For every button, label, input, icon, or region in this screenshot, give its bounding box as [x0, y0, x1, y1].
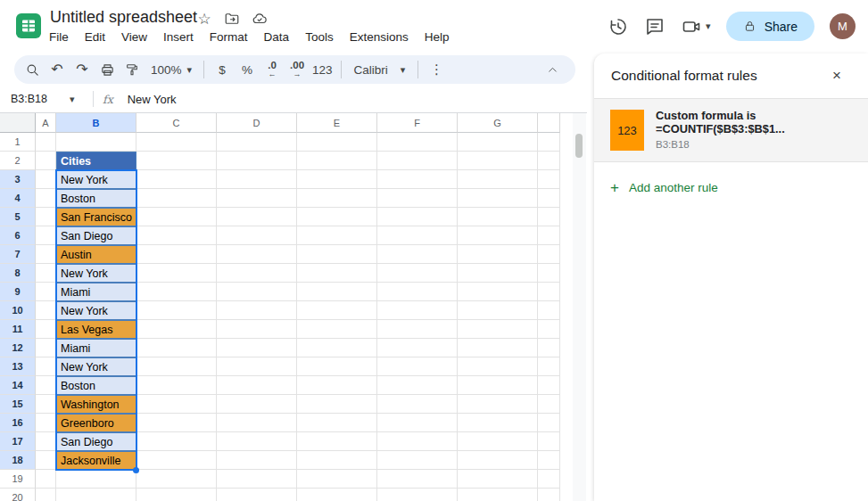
grid-corner-select-all[interactable]: [0, 113, 36, 133]
cell-D16[interactable]: [217, 414, 297, 432]
cell-G5[interactable]: [458, 208, 538, 226]
menu-file[interactable]: File: [41, 29, 77, 45]
cell-D17[interactable]: [217, 432, 297, 451]
row-header-19[interactable]: 19: [0, 470, 36, 489]
row-header-2[interactable]: 2: [0, 152, 36, 170]
cell-C13[interactable]: [136, 357, 217, 376]
cell-A19[interactable]: [36, 470, 56, 489]
cell-H9[interactable]: [538, 283, 560, 301]
cell-H4[interactable]: [538, 189, 560, 208]
menu-format[interactable]: Format: [202, 29, 256, 45]
column-header-overflow[interactable]: [538, 113, 560, 133]
format-currency-button[interactable]: $: [210, 57, 235, 82]
cell-C2[interactable]: [136, 152, 217, 170]
cell-A12[interactable]: [36, 339, 56, 357]
row-header-17[interactable]: 17: [0, 432, 36, 451]
cell-H14[interactable]: [538, 376, 560, 395]
more-toolbar-button[interactable]: ⋮: [424, 57, 449, 82]
cell-A17[interactable]: [36, 432, 56, 451]
cell-E1[interactable]: [297, 133, 377, 152]
row-header-12[interactable]: 12: [0, 339, 36, 357]
cell-D18[interactable]: [217, 451, 297, 470]
account-avatar[interactable]: M: [830, 13, 856, 39]
cell-G13[interactable]: [458, 357, 538, 376]
cell-C6[interactable]: [136, 226, 217, 245]
cell-B17[interactable]: San Diego: [56, 432, 136, 451]
cell-D2[interactable]: [217, 152, 297, 170]
redo-button[interactable]: ↷: [70, 57, 95, 82]
close-panel-button[interactable]: ×: [832, 67, 841, 85]
cell-A8[interactable]: [36, 264, 56, 283]
document-title[interactable]: Untitled spreadsheet: [50, 8, 197, 27]
cell-B8[interactable]: New York: [56, 264, 136, 283]
cell-D11[interactable]: [217, 320, 297, 339]
cell-A13[interactable]: [36, 357, 56, 376]
row-header-18[interactable]: 18: [0, 451, 36, 470]
cell-F2[interactable]: [377, 152, 458, 170]
cell-D6[interactable]: [217, 226, 297, 245]
join-call-button[interactable]: ▾: [681, 16, 711, 37]
cell-G12[interactable]: [458, 339, 538, 357]
cell-E18[interactable]: [297, 451, 377, 470]
cell-F6[interactable]: [377, 226, 458, 245]
vertical-scrollbar-thumb[interactable]: [575, 134, 583, 158]
increase-decimal-button[interactable]: .00 →: [285, 57, 310, 82]
cell-H3[interactable]: [538, 170, 560, 189]
cell-E3[interactable]: [297, 170, 377, 189]
cell-H8[interactable]: [538, 264, 560, 283]
search-menus-button[interactable]: [20, 57, 45, 82]
cell-B9[interactable]: Miami: [56, 283, 136, 301]
cell-G19[interactable]: [458, 470, 538, 489]
cell-F4[interactable]: [377, 189, 458, 208]
column-header-C[interactable]: C: [136, 113, 217, 133]
cell-A20[interactable]: [36, 489, 56, 501]
cell-F20[interactable]: [377, 489, 458, 501]
print-button[interactable]: [95, 57, 120, 82]
font-select[interactable]: Calibri ▾: [347, 57, 413, 82]
column-header-B[interactable]: B: [56, 113, 136, 133]
format-percent-button[interactable]: %: [235, 57, 260, 82]
cell-G16[interactable]: [458, 414, 538, 432]
cell-D13[interactable]: [217, 357, 297, 376]
row-header-15[interactable]: 15: [0, 395, 36, 414]
cell-G11[interactable]: [458, 320, 538, 339]
cell-E19[interactable]: [297, 470, 377, 489]
cell-F15[interactable]: [377, 395, 458, 414]
cell-H15[interactable]: [538, 395, 560, 414]
cell-F19[interactable]: [377, 470, 458, 489]
cell-F16[interactable]: [377, 414, 458, 432]
column-header-G[interactable]: G: [458, 113, 538, 133]
menu-extensions[interactable]: Extensions: [342, 29, 417, 45]
cell-D20[interactable]: [217, 489, 297, 501]
cell-H1[interactable]: [538, 133, 560, 152]
cell-B18[interactable]: Jacksonville: [56, 451, 136, 470]
cell-F5[interactable]: [377, 208, 458, 226]
cell-G7[interactable]: [458, 245, 538, 264]
cell-H2[interactable]: [538, 152, 560, 170]
cell-E13[interactable]: [297, 357, 377, 376]
cell-B4[interactable]: Boston: [56, 189, 136, 208]
add-another-rule-button[interactable]: + Add another rule: [594, 162, 868, 213]
cell-B3[interactable]: New York: [56, 170, 136, 189]
menu-view[interactable]: View: [113, 29, 155, 45]
cell-G2[interactable]: [458, 152, 538, 170]
cell-F10[interactable]: [377, 301, 458, 320]
cell-F18[interactable]: [377, 451, 458, 470]
share-button[interactable]: Share: [726, 12, 814, 41]
row-header-5[interactable]: 5: [0, 208, 36, 226]
star-icon[interactable]: ☆: [196, 11, 212, 27]
cell-H6[interactable]: [538, 226, 560, 245]
cell-H17[interactable]: [538, 432, 560, 451]
cell-B14[interactable]: Boston: [56, 376, 136, 395]
cell-C11[interactable]: [136, 320, 217, 339]
cell-F3[interactable]: [377, 170, 458, 189]
cell-H12[interactable]: [538, 339, 560, 357]
decrease-decimal-button[interactable]: .0 ←: [260, 57, 285, 82]
cell-E17[interactable]: [297, 432, 377, 451]
column-header-D[interactable]: D: [217, 113, 297, 133]
menu-help[interactable]: Help: [417, 29, 458, 45]
cell-C8[interactable]: [136, 264, 217, 283]
cell-G18[interactable]: [458, 451, 538, 470]
cell-C1[interactable]: [136, 133, 217, 152]
cell-E6[interactable]: [297, 226, 377, 245]
